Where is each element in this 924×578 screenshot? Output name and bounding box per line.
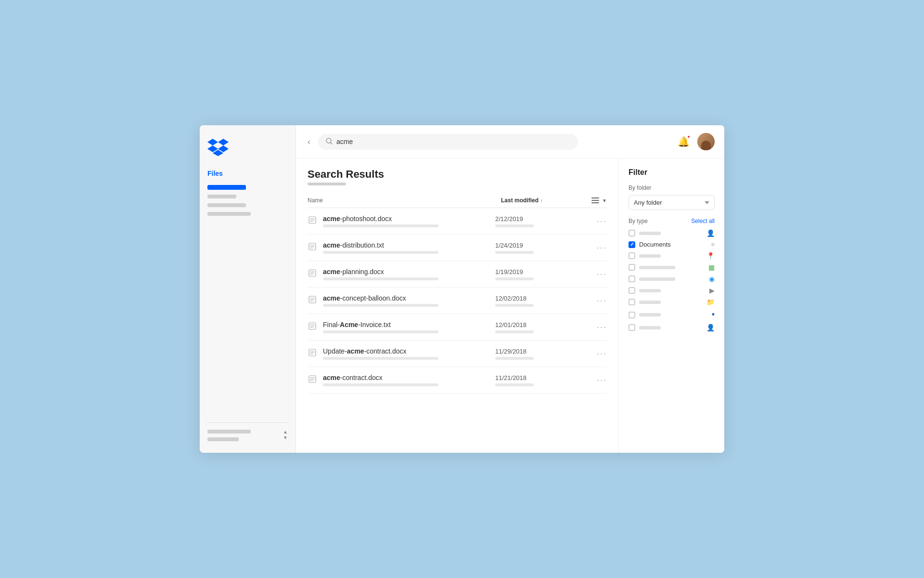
file-info: Final-Acme-Invoice.txt — [323, 321, 489, 333]
filter-checkbox-documents[interactable] — [629, 241, 635, 248]
filter-checkbox[interactable] — [629, 287, 635, 294]
filter-panel: Filter By folder Any folder By type Sele… — [618, 158, 724, 453]
filter-checkbox[interactable] — [629, 299, 635, 305]
file-name: acme-contract.docx — [323, 374, 489, 381]
by-folder-label: By folder — [629, 184, 715, 191]
filter-checkbox[interactable] — [629, 252, 635, 259]
filter-type-bar — [639, 254, 661, 258]
file-name: acme-distribution.txt — [323, 241, 489, 249]
table-row: acme-distribution.txt 1/24/2019 ··· — [308, 235, 607, 261]
file-type-icon — [308, 296, 317, 305]
file-more-button[interactable]: ··· — [578, 243, 607, 253]
grid-icon: ▦ — [708, 263, 715, 271]
table-header: Name Last modified ↑ — [308, 193, 607, 208]
file-more-button[interactable]: ··· — [578, 269, 607, 279]
table-row: Final-Acme-Invoice.txt 12/01/2018 ··· — [308, 314, 607, 341]
sort-arrow-icon: ↑ — [540, 198, 543, 203]
back-icon: ‹ — [308, 137, 310, 147]
select-all-button[interactable]: Select all — [691, 218, 715, 224]
file-more-button[interactable]: ··· — [578, 216, 607, 226]
filter-type-item: 📍 — [629, 252, 715, 260]
col-actions-header: ▼ — [578, 197, 607, 203]
filter-type-list: 👤 Documents ≡ 📍 — [629, 229, 715, 331]
table-row: acme-photoshoot.docx 2/12/2019 ··· — [308, 208, 607, 235]
folder-select[interactable]: Any folder — [629, 195, 715, 210]
filter-type-item: 👤 — [629, 324, 715, 331]
file-date-bar — [495, 383, 534, 386]
file-info: acme-photoshoot.docx — [323, 215, 489, 227]
filter-type-bar — [639, 266, 675, 269]
file-table: Name Last modified ↑ — [308, 193, 607, 394]
sidebar-item-active[interactable] — [207, 185, 246, 190]
notification-dot — [687, 135, 691, 139]
sidebar-item-2[interactable] — [207, 203, 246, 207]
file-type-icon — [308, 349, 317, 358]
play-icon: ▶ — [709, 287, 715, 294]
file-date: 12/01/2018 — [495, 321, 572, 333]
search-icon — [326, 138, 333, 146]
folder-icon: 📁 — [706, 298, 715, 306]
sidebar-item-3[interactable] — [207, 212, 251, 216]
svg-rect-1 — [591, 197, 599, 198]
file-type-icon — [308, 322, 317, 332]
user-avatar[interactable] — [697, 133, 715, 150]
file-path-bar — [323, 304, 438, 307]
notification-bell[interactable]: 🔔 — [678, 136, 690, 147]
file-date: 11/21/2018 — [495, 374, 572, 386]
sidebar-bottom: ▲ ▼ — [207, 422, 288, 441]
results-area: Search Results Name Last modified ↑ — [296, 158, 724, 453]
header: ‹ 🔔 — [296, 125, 724, 158]
file-date: 1/19/2019 — [495, 268, 572, 280]
person-icon: 👤 — [706, 229, 715, 237]
file-path-bar — [323, 251, 438, 254]
file-info: Update-acme-contract.docx — [323, 347, 489, 360]
filter-checkbox[interactable] — [629, 264, 635, 271]
file-type-icon — [308, 375, 317, 385]
filter-checkbox[interactable] — [629, 324, 635, 331]
svg-rect-3 — [591, 202, 599, 203]
document-icon: ≡ — [711, 241, 715, 248]
file-name: acme-concept-balloon.docx — [323, 294, 489, 302]
filter-type-bar — [639, 301, 661, 304]
file-more-button[interactable]: ··· — [578, 375, 607, 385]
file-name: acme-photoshoot.docx — [323, 215, 489, 223]
filter-checkbox[interactable] — [629, 230, 635, 236]
file-path-bar — [323, 277, 438, 280]
back-button[interactable]: ‹ — [306, 137, 312, 147]
file-more-button[interactable]: ··· — [578, 296, 607, 306]
main-content: ‹ 🔔 — [296, 125, 724, 453]
file-type-icon — [308, 269, 317, 279]
table-row: Update-acme-contract.docx 11/29/2018 ··· — [308, 341, 607, 367]
by-type-label: By type — [629, 218, 648, 224]
table-row: acme-concept-balloon.docx 12/02/2018 ··· — [308, 288, 607, 314]
dropbox-logo — [207, 137, 288, 158]
filter-checkbox[interactable] — [629, 276, 635, 282]
pin-icon: 📍 — [706, 252, 715, 260]
file-type-icon — [308, 216, 317, 226]
table-row: acme-planning.docx 1/19/2019 ··· — [308, 261, 607, 288]
sidebar-nav — [207, 185, 288, 422]
file-name: Update-acme-contract.docx — [323, 347, 489, 355]
file-more-button[interactable]: ··· — [578, 322, 607, 332]
sidebar-stepper[interactable]: ▲ ▼ — [283, 430, 288, 440]
table-row: acme-contract.docx 11/21/2018 ··· — [308, 367, 607, 394]
file-date: 11/29/2018 — [495, 348, 572, 360]
file-path-bar — [323, 357, 438, 360]
filter-type-item: 👤 — [629, 229, 715, 237]
search-input[interactable] — [336, 138, 570, 145]
file-path-bar — [323, 383, 438, 386]
sidebar-files-label[interactable]: Files — [207, 170, 288, 177]
file-date: 1/24/2019 — [495, 242, 572, 254]
filter-type-item: Documents ≡ — [629, 241, 715, 248]
results-main: Search Results Name Last modified ↑ — [296, 158, 618, 453]
avatar-image — [697, 133, 715, 150]
file-more-button[interactable]: ··· — [578, 349, 607, 359]
svg-rect-2 — [591, 200, 599, 201]
results-subtitle-bar — [308, 183, 346, 185]
sidebar-bottom-item-1 — [207, 430, 251, 434]
header-right: 🔔 — [678, 133, 715, 150]
file-date-bar — [495, 277, 534, 280]
filter-checkbox[interactable] — [629, 312, 635, 318]
view-toggle-button[interactable] — [591, 197, 599, 203]
sidebar-item-1[interactable] — [207, 195, 236, 198]
